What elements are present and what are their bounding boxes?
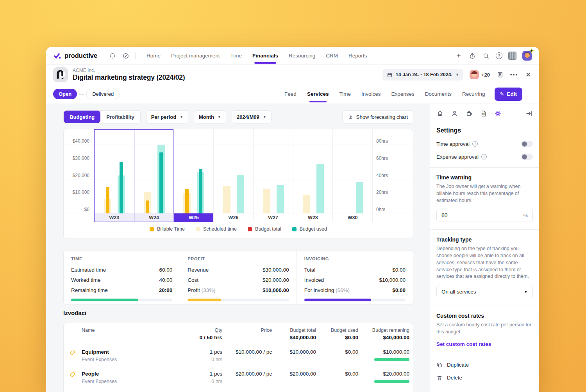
toggle-expense-approval[interactable]	[521, 154, 533, 160]
time-warning-input[interactable]	[441, 212, 523, 218]
summary-row-label: For invoicing (66%)	[304, 287, 350, 293]
column-header-total: 0 / 50 hrs	[181, 335, 222, 340]
set-custom-cost-rates-link[interactable]: Set custom cost rates	[436, 341, 491, 347]
timer-icon[interactable]	[468, 52, 476, 60]
week-label-w24[interactable]: W24	[134, 213, 174, 222]
duplicate-button[interactable]: Duplicate	[436, 362, 533, 368]
delete-button[interactable]: Delete	[436, 375, 533, 381]
nav-item-project-management[interactable]: Project management	[171, 47, 220, 65]
toggle-time-approval[interactable]	[521, 141, 533, 147]
notes-icon[interactable]	[496, 71, 504, 79]
period-dropdown[interactable]: 2024/M09 ▼	[232, 110, 272, 124]
info-icon[interactable]: i	[481, 154, 487, 159]
legend-label: Billable Time	[157, 226, 185, 232]
budget-remaining-cell: $10.000,00	[359, 349, 413, 361]
integrations-puzzle-icon[interactable]	[465, 110, 473, 117]
summary-row-label: Invoiced	[304, 277, 324, 283]
column-header-price: Price	[223, 328, 273, 333]
progress-track	[188, 299, 289, 301]
app-window: productive HomeProject managementTimeFin…	[46, 47, 539, 392]
chevron-down-icon: ▼	[456, 73, 459, 77]
table-row-people[interactable]: PeopleEvent Expenses1 pcs0 hrs$20.000,00…	[64, 366, 413, 387]
week-label-w30[interactable]: W30	[332, 213, 372, 222]
search-icon[interactable]	[482, 52, 490, 60]
week-label-w26[interactable]: W26	[213, 213, 253, 222]
chart-legend: Billable TimeScheduled timeBudget totalB…	[64, 226, 413, 232]
bar-budget-used-w24	[159, 152, 163, 213]
column-header-qty: Qty0 / 50 hrs	[181, 328, 223, 340]
nav-item-home[interactable]: Home	[146, 47, 161, 65]
week-label-w27[interactable]: W27	[253, 213, 293, 222]
bar-budget-used-w23	[120, 162, 123, 213]
tab-time[interactable]: Time	[339, 84, 351, 104]
qty-hours: 0 hrs	[181, 357, 222, 362]
add-plus-icon[interactable]: +	[455, 52, 463, 60]
progress-fill	[304, 299, 371, 301]
week-label-w23[interactable]: W23	[94, 213, 134, 222]
per-period-dropdown[interactable]: Per period ▼	[146, 110, 188, 124]
person-icon[interactable]	[451, 110, 458, 117]
column-header-total: $40,000.00	[359, 335, 409, 340]
budget-remaining-value: $20.000,00	[359, 371, 409, 377]
pencil-icon: ✎	[500, 91, 504, 97]
service-name-cell: EquipmentEvent Expenses	[82, 349, 181, 362]
productive-logo[interactable]: productive	[53, 52, 97, 60]
tab-invoices[interactable]: Invoices	[361, 84, 381, 104]
nav-item-reports[interactable]: Reports	[348, 47, 367, 65]
chevron-down-icon: ▼	[218, 115, 221, 119]
segment-profitability[interactable]: Profitability	[100, 111, 140, 123]
column-header-label: Budget remaning	[359, 328, 409, 333]
help-icon[interactable]: ?	[496, 52, 502, 59]
summary-row-for-invoicing: For invoicing (66%)$0.00	[304, 285, 406, 295]
week-label-w25[interactable]: W25	[173, 213, 213, 222]
legend-swatch	[196, 227, 200, 231]
toggle-knob	[522, 154, 527, 159]
granularity-dropdown[interactable]: Month ▼	[194, 110, 226, 124]
notifications-bell-icon[interactable]	[109, 52, 116, 60]
table-row-equipment[interactable]: EquipmentEvent Expenses1 pcs0 hrs$10.000…	[64, 344, 413, 366]
edit-button[interactable]: ✎ Edit	[495, 88, 522, 101]
column-header-label: Price	[223, 328, 272, 333]
tab-recurring[interactable]: Recurring	[462, 84, 485, 104]
nav-item-financials[interactable]: Financials	[252, 47, 278, 65]
collapse-sidebar-icon[interactable]	[525, 110, 533, 117]
nav-item-resourcing[interactable]: Resourcing	[289, 47, 315, 65]
tracking-type-select[interactable]: On all services ▼	[436, 285, 533, 298]
summary-row-label: Worked time	[71, 277, 101, 283]
service-name: People	[82, 371, 180, 377]
show-forecasting-chart-button[interactable]: Show forecasting chart	[342, 110, 413, 124]
member-avatars[interactable]: +20	[470, 70, 490, 79]
qty-hours: 0 hrs	[181, 379, 222, 384]
budget-total-value: $10.000,00	[273, 349, 316, 355]
tab-expenses[interactable]: Expenses	[391, 84, 414, 104]
project-tabs: FeedServicesTimeInvoicesExpensesDocument…	[284, 84, 485, 104]
nav-item-crm[interactable]: CRM	[326, 47, 338, 65]
info-icon[interactable]: i	[472, 141, 478, 147]
date-range-picker[interactable]: 14 Jan 24. - 18 Feb 2024. ▼	[382, 69, 463, 81]
more-options-icon[interactable]: •••	[510, 71, 518, 79]
tasks-check-circle-icon[interactable]	[122, 52, 130, 60]
service-category: Event Expenses	[82, 357, 180, 362]
nav-item-time[interactable]: Time	[230, 47, 242, 65]
organization-icon[interactable]	[508, 52, 516, 60]
settings-title: Settings	[436, 127, 533, 134]
settings-gear-icon[interactable]	[494, 110, 502, 117]
bar-budget-used-w25	[199, 169, 202, 213]
close-icon[interactable]: ✕	[524, 71, 532, 79]
legend-swatch	[150, 227, 154, 231]
segment-budgeting[interactable]: Budgeting	[64, 111, 100, 123]
tab-feed[interactable]: Feed	[284, 84, 297, 104]
home-icon[interactable]	[436, 110, 444, 117]
bar-billable-time-w24	[146, 200, 149, 213]
tab-services[interactable]: Services	[307, 84, 329, 104]
summary-row-estimated-time: Estimated time60:00	[71, 265, 172, 275]
status-badge-delivered[interactable]: Delivered	[86, 89, 120, 99]
user-avatar[interactable]	[522, 51, 532, 61]
divider	[430, 229, 539, 230]
pdf-export-icon[interactable]: PDF	[480, 110, 487, 117]
tab-documents[interactable]: Documents	[425, 84, 452, 104]
sidebar-icon-tabs: PDF	[436, 107, 533, 119]
week-label-w28[interactable]: W28	[293, 213, 333, 222]
status-badge-open[interactable]: Open	[53, 89, 77, 99]
hours-axis-tick: 80hrs	[376, 138, 388, 144]
